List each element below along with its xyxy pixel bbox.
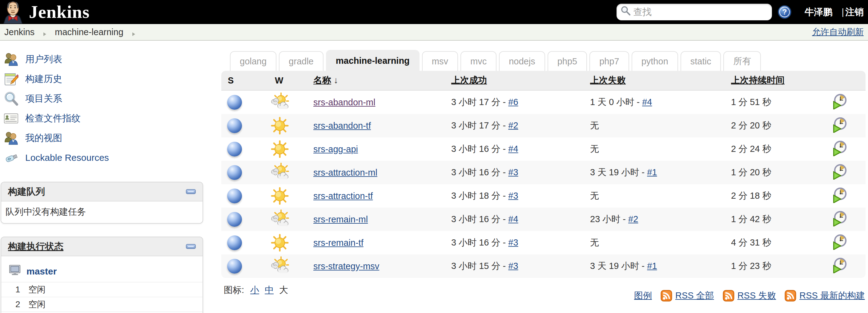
master-node-link[interactable]: master bbox=[27, 266, 57, 277]
user-name-link[interactable]: 牛泽鹏 bbox=[805, 6, 832, 19]
column-header-last-duration[interactable]: 上次持续时间 bbox=[731, 75, 784, 85]
sidebar-item-build-history[interactable]: 构建历史 bbox=[0, 69, 204, 89]
job-name-link[interactable]: srs-abandon-tf bbox=[313, 121, 371, 131]
build-number-link[interactable]: #1 bbox=[647, 261, 657, 271]
search-input[interactable] bbox=[633, 7, 768, 17]
tab-nodejs[interactable]: nodejs bbox=[499, 51, 545, 71]
last-failure-cell: 3 天 19 小时 - #1 bbox=[588, 161, 726, 184]
tab-python[interactable]: python bbox=[631, 51, 678, 71]
column-header-last-success[interactable]: 上次成功 bbox=[451, 75, 487, 85]
schedule-build-icon[interactable] bbox=[831, 257, 847, 273]
job-name-link[interactable]: srs-attraction-tf bbox=[313, 191, 373, 201]
build-number-link[interactable]: #2 bbox=[628, 214, 638, 224]
icon-size-link[interactable]: 中 bbox=[265, 284, 274, 296]
schedule-build-icon[interactable] bbox=[831, 234, 847, 250]
status-ball-blue-icon[interactable] bbox=[227, 259, 242, 274]
job-row: srs-remain-ml3 小时 16 分 - #423 小时 - #21 分… bbox=[221, 208, 866, 231]
build-number-link[interactable]: #2 bbox=[508, 120, 518, 130]
column-header-last-failure[interactable]: 上次失败 bbox=[590, 75, 626, 85]
last-success-cell: 3 小时 17 分 - #2 bbox=[447, 114, 588, 137]
build-number-link[interactable]: #3 bbox=[508, 191, 518, 201]
schedule-build-icon[interactable] bbox=[831, 117, 847, 133]
status-ball-blue-icon[interactable] bbox=[227, 142, 242, 156]
tab-php7[interactable]: php7 bbox=[589, 51, 629, 71]
rss-links: RSS 全部RSS 失败RSS 最新的构建 bbox=[660, 290, 865, 302]
status-ball-blue-icon[interactable] bbox=[227, 95, 242, 110]
build-number-link[interactable]: #3 bbox=[508, 261, 518, 271]
sidebar-item-label: 检查文件指纹 bbox=[25, 112, 81, 125]
build-number-link[interactable]: #4 bbox=[508, 144, 518, 154]
breadcrumb-current[interactable]: machine-learning bbox=[55, 27, 123, 37]
sidebar-item-lockable-resources[interactable]: Lockable Resources bbox=[0, 148, 204, 168]
collapse-icon[interactable] bbox=[186, 189, 196, 194]
fingerprint-icon bbox=[4, 111, 19, 126]
schedule-build-icon[interactable] bbox=[831, 164, 847, 180]
executor-row: 3空闲 bbox=[1, 311, 203, 313]
tab-all[interactable]: 所有 bbox=[723, 51, 761, 71]
column-header-weather[interactable]: W bbox=[275, 76, 283, 85]
tab-golang[interactable]: golang bbox=[230, 51, 276, 71]
tab-gradle[interactable]: gradle bbox=[279, 51, 323, 71]
status-ball-blue-icon[interactable] bbox=[227, 235, 242, 250]
job-name-link[interactable]: srs-remain-ml bbox=[313, 215, 368, 224]
build-number-link[interactable]: #3 bbox=[508, 167, 518, 177]
enable-auto-refresh-link[interactable]: 允许自动刷新 bbox=[812, 26, 864, 38]
sidebar-item-check-file-fingerprint[interactable]: 检查文件指纹 bbox=[0, 109, 204, 128]
build-number-link[interactable]: #3 bbox=[508, 237, 518, 247]
magnifier-icon bbox=[4, 91, 19, 106]
column-header-status[interactable]: S bbox=[228, 76, 234, 85]
sidebar-item-user-list[interactable]: 用户列表 bbox=[0, 49, 204, 69]
job-row: srs-remain-tf3 小时 16 分 - #3无4 分 31 秒 bbox=[221, 231, 866, 254]
tab-static[interactable]: static bbox=[681, 51, 721, 71]
status-ball-blue-icon[interactable] bbox=[227, 212, 242, 227]
collapse-icon[interactable] bbox=[186, 244, 196, 249]
status-ball-blue-icon[interactable] bbox=[227, 189, 242, 203]
schedule-build-icon[interactable] bbox=[831, 93, 847, 109]
job-name-link[interactable]: srs-attraction-ml bbox=[313, 168, 377, 177]
executor-status-panel: 构建执行状态 master 1空闲2空闲3空闲 bbox=[1, 236, 203, 313]
help-icon[interactable]: ? bbox=[777, 5, 792, 19]
tab-machine-learning[interactable]: machine-learning bbox=[326, 50, 420, 71]
last-failure-cell: 1 天 0 小时 - #4 bbox=[588, 91, 726, 114]
rss-link-0[interactable]: RSS 全部 bbox=[660, 290, 714, 302]
job-row: srs-strategy-msv3 小时 15 分 - #33 天 19 小时 … bbox=[221, 254, 866, 278]
brand-title: Jenkins bbox=[29, 3, 90, 21]
sidebar-item-project-relationship[interactable]: 项目关系 bbox=[0, 89, 204, 109]
sidebar-item-my-views[interactable]: 我的视图 bbox=[0, 128, 204, 148]
schedule-build-icon[interactable] bbox=[831, 187, 847, 203]
job-name-link[interactable]: srs-strategy-msv bbox=[313, 261, 379, 271]
rss-link-2[interactable]: RSS 最新的构建 bbox=[784, 290, 865, 302]
legend-link[interactable]: 图例 bbox=[634, 290, 652, 302]
sidebar-task-list: 用户列表构建历史项目关系检查文件指纹我的视图Lockable Resources bbox=[0, 41, 204, 169]
status-ball-blue-icon[interactable] bbox=[227, 118, 242, 133]
last-success-cell: 3 小时 15 分 - #3 bbox=[447, 254, 588, 278]
rss-link-label: RSS 最新的构建 bbox=[799, 290, 865, 302]
job-row: srs-agg-api3 小时 16 分 - #4无2 分 24 秒 bbox=[221, 137, 866, 161]
last-failure-cell: 3 天 19 小时 - #1 bbox=[588, 254, 726, 278]
build-number-link[interactable]: #6 bbox=[508, 97, 518, 107]
tab-php5[interactable]: php5 bbox=[548, 51, 587, 71]
schedule-build-icon[interactable] bbox=[831, 210, 847, 226]
job-name-link[interactable]: srs-remain-tf bbox=[313, 238, 364, 248]
job-name-link[interactable]: srs-abandon-ml bbox=[313, 97, 375, 107]
people-icon bbox=[4, 52, 19, 66]
weather-partly-cloudy-icon bbox=[270, 261, 290, 271]
tab-msv[interactable]: msv bbox=[422, 51, 458, 71]
build-number-link[interactable]: #4 bbox=[508, 214, 518, 224]
rss-link-1[interactable]: RSS 失败 bbox=[723, 290, 776, 302]
last-success-cell: 3 小时 16 分 - #4 bbox=[447, 137, 588, 161]
status-ball-blue-icon[interactable] bbox=[227, 165, 242, 180]
executor-status-title-link[interactable]: 构建执行状态 bbox=[8, 240, 63, 253]
schedule-build-icon[interactable] bbox=[831, 140, 847, 156]
weather-sunny-icon bbox=[270, 190, 290, 200]
icon-size-link[interactable]: 小 bbox=[250, 284, 259, 296]
build-number-link[interactable]: #4 bbox=[642, 97, 652, 107]
jenkins-home-link[interactable]: Jenkins bbox=[2, 0, 90, 24]
tab-mvc[interactable]: mvc bbox=[461, 51, 496, 71]
column-header-name[interactable]: 名称 bbox=[313, 75, 331, 85]
job-name-link[interactable]: srs-agg-api bbox=[313, 144, 358, 154]
logout-link[interactable]: 注销 bbox=[845, 6, 864, 19]
build-number-link[interactable]: #1 bbox=[647, 167, 657, 177]
last-success-cell: 3 小时 17 分 - #6 bbox=[447, 91, 588, 114]
breadcrumb-root[interactable]: Jenkins bbox=[4, 27, 34, 37]
